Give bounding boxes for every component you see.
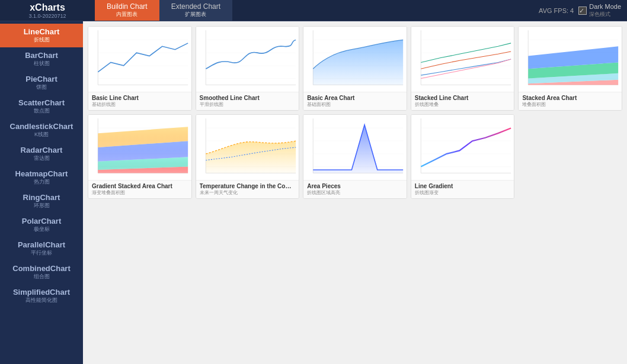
tab-extended-label: Extended Chart xyxy=(171,2,220,11)
chart-card-stacked-line[interactable]: Stacked Line Chart 折线图堆叠 xyxy=(411,26,515,111)
chart-title: Stacked Line Chart xyxy=(415,95,511,101)
chart-card-smoothed-line[interactable]: Smoothed Line Chart 平滑折线图 xyxy=(196,26,300,111)
chart-title: Basic Line Chart xyxy=(92,95,188,101)
chart-info-gradient-stacked: Gradient Stacked Area Chart 渐变堆叠面积图 xyxy=(88,180,191,198)
chart-subtitle: 折线图堆叠 xyxy=(415,101,511,108)
chart-preview-temperature xyxy=(196,115,299,180)
chart-preview-gradient-stacked xyxy=(88,115,191,180)
logo-version: 3.1.0-20220712 xyxy=(28,13,66,19)
tab-buildin-sub: 内置图表 xyxy=(116,11,137,18)
chart-info-temperature: Temperature Change in the Coming 未来一周天气变… xyxy=(196,180,299,198)
sidebar-item-barchart[interactable]: BarChart柱状图 xyxy=(0,47,83,71)
dark-mode-label: Dark Mode 深色模式 xyxy=(589,3,621,18)
chart-info-smoothed-line: Smoothed Line Chart 平滑折线图 xyxy=(196,92,299,110)
chart-preview-basic-area xyxy=(303,27,407,92)
chart-info-basic-line: Basic Line Chart 基础折线图 xyxy=(88,92,191,110)
sidebar-item-polarchart[interactable]: PolarChart极坐标 xyxy=(0,213,83,237)
chart-subtitle: 堆叠面积图 xyxy=(522,101,618,108)
nav-tabs: Buildin Chart 内置图表 Extended Chart 扩展图表 xyxy=(95,0,232,21)
chart-card-temperature[interactable]: Temperature Change in the Coming 未来一周天气变… xyxy=(196,114,300,199)
chart-info-stacked-area: Stacked Area Chart 堆叠面积图 xyxy=(519,92,622,110)
toggle-box-icon: ✓ xyxy=(578,7,587,15)
chart-preview-area-pieces xyxy=(303,115,407,180)
chart-card-gradient-stacked[interactable]: Gradient Stacked Area Chart 渐变堆叠面积图 xyxy=(88,114,192,199)
chart-title: Line Gradient xyxy=(415,183,511,189)
chart-preview-basic-line xyxy=(88,27,191,92)
chart-preview-smoothed-line xyxy=(196,27,299,92)
tab-buildin[interactable]: Buildin Chart 内置图表 xyxy=(95,0,159,21)
chart-title: Stacked Area Chart xyxy=(522,95,618,101)
chart-title: Temperature Change in the Coming xyxy=(200,183,296,189)
chart-grid: Basic Line Chart 基础折线图 Smoothed Line Cha… xyxy=(88,26,622,199)
chart-info-line-gradient: Line Gradient 折线图渐变 xyxy=(411,180,514,198)
sidebar-item-combinedchart[interactable]: CombinedChart组合图 xyxy=(0,260,83,284)
sidebar-item-scatterchart[interactable]: ScatterChart散点图 xyxy=(0,95,83,118)
chart-info-area-pieces: Area Pieces 折线图区域高亮 xyxy=(303,180,407,198)
sidebar: LineChart折线图BarChart柱状图PieChart饼图Scatter… xyxy=(0,21,83,364)
chart-card-basic-line[interactable]: Basic Line Chart 基础折线图 xyxy=(88,26,192,111)
chart-subtitle: 基础折线图 xyxy=(92,101,188,108)
chart-title: Area Pieces xyxy=(307,183,403,189)
chart-subtitle: 渐变堆叠面积图 xyxy=(92,189,188,196)
fps-info: AVG FPS: 4 ✓ Dark Mode 深色模式 xyxy=(539,3,621,18)
sidebar-item-heatmapchart[interactable]: HeatmapChart热力图 xyxy=(0,166,83,189)
sidebar-item-radarchart[interactable]: RadarChart雷达图 xyxy=(0,142,83,166)
chart-title: Basic Area Chart xyxy=(307,95,403,101)
chart-info-stacked-line: Stacked Line Chart 折线图堆叠 xyxy=(411,92,514,110)
chart-subtitle: 平滑折线图 xyxy=(200,101,296,108)
sidebar-item-parallelchart[interactable]: ParallelChart平行坐标 xyxy=(0,237,83,260)
chart-preview-line-gradient xyxy=(411,115,514,180)
fps-text: AVG FPS: 4 xyxy=(539,7,574,14)
chart-card-stacked-area[interactable]: Stacked Area Chart 堆叠面积图 xyxy=(518,26,622,111)
logo-title: xCharts xyxy=(30,2,65,13)
chart-card-line-gradient[interactable]: Line Gradient 折线图渐变 xyxy=(411,114,515,199)
logo-area: xCharts 3.1.0-20220712 xyxy=(6,2,89,19)
chart-title: Gradient Stacked Area Chart xyxy=(92,183,188,189)
tab-buildin-label: Buildin Chart xyxy=(107,2,148,11)
content-area: Basic Line Chart 基础折线图 Smoothed Line Cha… xyxy=(83,21,627,364)
sidebar-item-piechart[interactable]: PieChart饼图 xyxy=(0,71,83,95)
top-bar: xCharts 3.1.0-20220712 Buildin Chart 内置图… xyxy=(0,0,627,21)
chart-preview-stacked-line xyxy=(411,27,514,92)
sidebar-item-simplifiedchart[interactable]: SimplifiedChart高性能简化图 xyxy=(0,284,83,308)
chart-subtitle: 基础面积图 xyxy=(307,101,403,108)
sidebar-item-ringchart[interactable]: RingChart环形图 xyxy=(0,189,83,213)
sidebar-item-linechart[interactable]: LineChart折线图 xyxy=(0,24,83,47)
tab-extended-sub: 扩展图表 xyxy=(185,11,206,18)
tab-extended[interactable]: Extended Chart 扩展图表 xyxy=(159,0,232,21)
main-layout: LineChart折线图BarChart柱状图PieChart饼图Scatter… xyxy=(0,21,627,364)
chart-info-basic-area: Basic Area Chart 基础面积图 xyxy=(303,92,407,110)
chart-title: Smoothed Line Chart xyxy=(200,95,296,101)
sidebar-item-candlestickchart[interactable]: CandlestickChartK线图 xyxy=(0,118,83,142)
chart-card-basic-area[interactable]: Basic Area Chart 基础面积图 xyxy=(303,26,407,111)
chart-subtitle: 折线图渐变 xyxy=(415,189,511,196)
chart-subtitle: 未来一周天气变化 xyxy=(200,189,296,196)
chart-card-area-pieces[interactable]: Area Pieces 折线图区域高亮 xyxy=(303,114,407,199)
chart-preview-stacked-area xyxy=(519,27,622,92)
chart-subtitle: 折线图区域高亮 xyxy=(307,189,403,196)
dark-mode-toggle[interactable]: ✓ Dark Mode 深色模式 xyxy=(578,3,621,18)
